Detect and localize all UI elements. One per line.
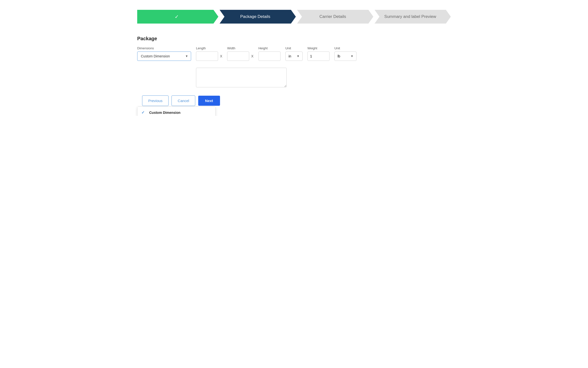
unit-dim-select[interactable]: in cm xyxy=(285,52,303,61)
x-separator-1: X xyxy=(220,54,222,58)
description-textarea[interactable] xyxy=(196,68,287,87)
width-input[interactable] xyxy=(227,52,249,61)
width-input-row: X xyxy=(227,52,253,61)
length-input-row: X xyxy=(196,52,222,61)
progress-steps: ✓ Package Details Carrier Details Summar… xyxy=(137,10,451,24)
action-buttons-row: Previous Cancel Next xyxy=(142,95,451,106)
unit-weight-label: Unit xyxy=(334,46,356,50)
cancel-button[interactable]: Cancel xyxy=(172,95,195,106)
length-input[interactable] xyxy=(196,52,218,61)
width-label: Width xyxy=(227,46,253,50)
unit-weight-field-group: Unit lb kg oz ▼ xyxy=(334,46,356,61)
previous-button[interactable]: Previous xyxy=(142,95,169,106)
x-separator-2: X xyxy=(251,54,253,58)
dropdown-item-custom-name: Custom Dimension xyxy=(149,111,181,115)
weight-field-group: Weight xyxy=(307,46,330,61)
unit-dim-field-group: Unit in cm ▼ xyxy=(285,46,303,61)
next-button[interactable]: Next xyxy=(198,96,220,106)
description-area-container xyxy=(196,66,451,88)
checkmark-icon: ✓ xyxy=(175,14,179,20)
dimensions-select[interactable]: Custom Dimension Large Flat Rate Box 12.… xyxy=(137,52,191,61)
weight-label: Weight xyxy=(307,46,330,50)
dimensions-label: Dimensions xyxy=(137,46,191,50)
unit-dim-label: Unit xyxy=(285,46,303,50)
step-3-carrier-details: Carrier Details xyxy=(292,10,373,24)
height-input[interactable] xyxy=(258,52,281,61)
step-2-package-details: Package Details xyxy=(215,10,296,24)
length-label: Length xyxy=(196,46,222,50)
step-3-label: Carrier Details xyxy=(319,14,346,19)
length-field-group: Length X xyxy=(196,46,222,61)
height-field-group: Height xyxy=(258,46,281,61)
step-4-label: Summary and label Preview xyxy=(384,14,436,19)
dimensions-dropdown-menu: ✓ Custom Dimension ✓ UNITED STATES POSTA… xyxy=(137,106,216,116)
form-section: Package Dimensions Custom Dimension Larg… xyxy=(137,36,451,106)
step-1-completed: ✓ xyxy=(137,10,218,24)
dropdown-item-custom-text: Custom Dimension xyxy=(149,111,181,115)
dimensions-select-wrapper: Custom Dimension Large Flat Rate Box 12.… xyxy=(137,52,191,61)
dimensions-field-group: Dimensions Custom Dimension Large Flat R… xyxy=(137,46,191,61)
unit-weight-select-wrapper: lb kg oz ▼ xyxy=(334,52,356,61)
dropdown-item-custom[interactable]: ✓ Custom Dimension xyxy=(137,107,215,116)
page-wrapper: ✓ Package Details Carrier Details Summar… xyxy=(122,0,466,116)
width-field-group: Width X xyxy=(227,46,253,61)
unit-dim-select-wrapper: in cm ▼ xyxy=(285,52,303,61)
section-title: Package xyxy=(137,36,451,41)
height-label: Height xyxy=(258,46,281,50)
step-4-summary: Summary and label Preview xyxy=(370,10,451,24)
dimensions-row: Dimensions Custom Dimension Large Flat R… xyxy=(137,46,451,61)
weight-input[interactable] xyxy=(307,52,330,61)
step-2-label: Package Details xyxy=(240,14,270,19)
selected-check-icon: ✓ xyxy=(141,110,146,115)
unit-weight-select[interactable]: lb kg oz xyxy=(334,52,356,61)
